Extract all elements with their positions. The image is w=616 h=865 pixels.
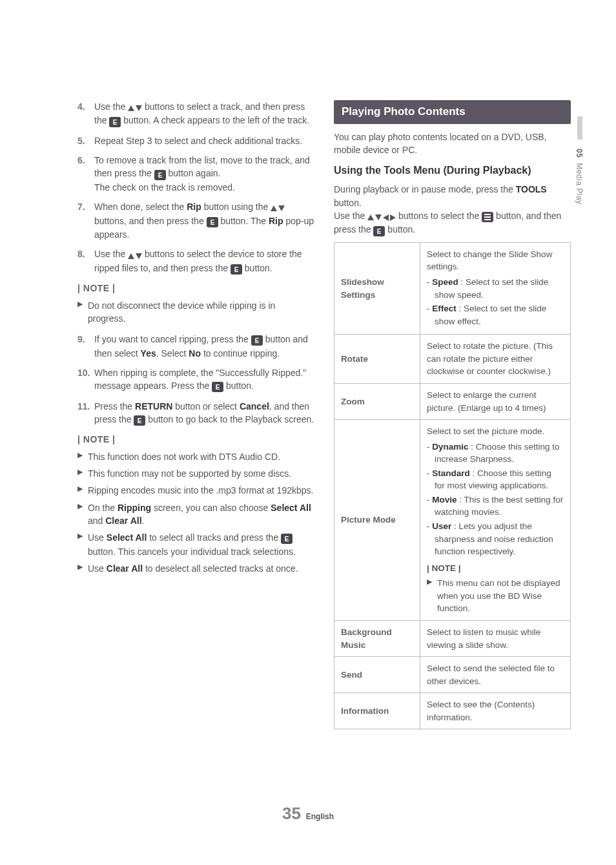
note-text: This function may not be supported by so… xyxy=(88,467,291,480)
table-row: Background MusicSelect to listen to musi… xyxy=(334,620,571,656)
option-name: Slideshow Settings xyxy=(334,242,420,334)
triangle-bullet-icon: ▶ xyxy=(427,577,437,615)
side-tab: 05 Media Play xyxy=(573,116,586,205)
enter-button-icon: E xyxy=(109,115,121,128)
note-label: | NOTE | xyxy=(77,282,314,295)
step-text: When ripping is complete, the "Successfu… xyxy=(94,366,314,393)
enter-button-icon: E xyxy=(207,215,218,228)
note-text: This menu can not be displayed when you … xyxy=(437,577,564,615)
step-text: If you want to cancel ripping, press the… xyxy=(94,333,314,360)
step-item: 6.To remove a track from the list, move … xyxy=(77,154,314,194)
step-number: 7. xyxy=(77,200,94,241)
enter-button-icon: E xyxy=(231,262,242,275)
notes-list: ▶Do not disconnect the device while ripp… xyxy=(77,299,314,326)
note-item: ▶Do not disconnect the device while ripp… xyxy=(77,299,314,326)
step-text: To remove a track from the list, move to… xyxy=(94,154,314,194)
step-item: 4.Use the buttons to select a track, and… xyxy=(77,100,314,128)
note-text: On the Ripping screen, you can also choo… xyxy=(88,501,314,528)
triangle-bullet-icon: ▶ xyxy=(77,562,88,575)
enter-button-icon: E xyxy=(212,380,223,393)
option-description: Select to listen to music while viewing … xyxy=(420,620,571,656)
svg-marker-24 xyxy=(367,214,374,220)
svg-marker-2 xyxy=(128,105,134,111)
step-number: 8. xyxy=(77,247,94,275)
svg-text:E: E xyxy=(254,337,259,344)
svg-rect-30 xyxy=(484,216,491,218)
triangle-bullet-icon: ▶ xyxy=(77,484,88,497)
option-description: Select to enlarge the current picture. (… xyxy=(420,383,571,419)
side-tab-number: 05 xyxy=(575,149,584,158)
step-text: Press the RETURN button or select Cancel… xyxy=(94,400,314,427)
svg-marker-27 xyxy=(390,214,396,221)
svg-text:E: E xyxy=(138,417,142,424)
table-row: InformationSelect to see the (Contents) … xyxy=(334,693,571,729)
triangle-bullet-icon: ▶ xyxy=(77,467,88,480)
notes-list: ▶This function does not work with DTS Au… xyxy=(77,450,314,576)
note-text: Do not disconnect the device while rippi… xyxy=(88,299,314,326)
step-text: When done, select the Rip button using t… xyxy=(94,200,314,241)
note-item: ▶On the Ripping screen, you can also cho… xyxy=(77,501,314,528)
triangle-bullet-icon: ▶ xyxy=(77,531,88,558)
page-language: English xyxy=(306,812,334,821)
up-down-icon xyxy=(128,249,142,262)
tools-button-icon xyxy=(482,210,493,223)
note-text: Use Clear All to deselect all selected t… xyxy=(88,562,298,575)
page-footer: 35 English xyxy=(0,802,616,826)
svg-marker-9 xyxy=(278,205,285,211)
svg-text:E: E xyxy=(216,384,220,391)
note-item: ▶This function may not be supported by s… xyxy=(77,467,314,480)
instruction-text: During playback or in pause mode, press … xyxy=(334,183,571,236)
step-item: 7.When done, select the Rip button using… xyxy=(77,200,314,241)
svg-marker-8 xyxy=(271,205,277,211)
table-row: ZoomSelect to enlarge the current pictur… xyxy=(334,383,571,419)
enter-button-icon: E xyxy=(281,532,293,545)
svg-marker-12 xyxy=(128,253,134,259)
svg-text:E: E xyxy=(113,119,118,126)
option-description: Select to rotate the picture. (This can … xyxy=(420,335,571,384)
svg-marker-25 xyxy=(375,214,382,220)
option-name: Zoom xyxy=(334,383,420,419)
step-number: 6. xyxy=(77,154,94,194)
triangle-bullet-icon: ▶ xyxy=(77,299,88,326)
svg-rect-29 xyxy=(484,214,491,215)
note-item: ▶This function does not work with DTS Au… xyxy=(77,450,314,463)
svg-marker-13 xyxy=(136,253,142,259)
left-column: 4.Use the buttons to select a track, and… xyxy=(77,100,314,729)
table-row: RotateSelect to rotate the picture. (Thi… xyxy=(334,335,571,384)
step-number: 9. xyxy=(77,333,94,360)
step-item: 9.If you want to cancel ripping, press t… xyxy=(77,333,314,360)
svg-marker-3 xyxy=(136,105,142,111)
up-down-icon xyxy=(128,101,142,114)
step-number: 11. xyxy=(77,400,94,427)
option-name: Send xyxy=(334,657,420,693)
note-item: ▶Use Select All to select all tracks and… xyxy=(77,531,314,558)
note-text: Use Select All to select all tracks and … xyxy=(88,531,314,558)
step-item: 8.Use the buttons to select the device t… xyxy=(77,247,314,275)
table-row: SendSelect to send the selected file to … xyxy=(334,657,571,693)
svg-text:E: E xyxy=(210,219,214,226)
option-description: Select to set the picture mode.Dynamic :… xyxy=(420,420,571,621)
step-text: Use the buttons to select a track, and t… xyxy=(94,100,314,128)
sub-heading: Using the Tools Menu (During Playback) xyxy=(334,163,571,178)
option-description: Select to send the selected file to othe… xyxy=(420,657,571,693)
step-text: Repeat Step 3 to select and check additi… xyxy=(94,134,314,147)
enter-button-icon: E xyxy=(154,168,166,181)
up-down-icon xyxy=(271,201,285,214)
step-number: 5. xyxy=(77,134,94,147)
svg-text:E: E xyxy=(377,228,382,235)
triangle-bullet-icon: ▶ xyxy=(77,450,88,463)
triangle-bullet-icon: ▶ xyxy=(77,501,88,528)
note-label: | NOTE | xyxy=(77,433,314,446)
option-name: Picture Mode xyxy=(334,420,420,621)
svg-text:E: E xyxy=(234,266,239,273)
up-down-left-right-icon xyxy=(367,210,396,223)
options-table: Slideshow SettingsSelect to change the S… xyxy=(334,242,571,729)
step-number: 4. xyxy=(77,100,94,128)
step-number: 10. xyxy=(77,366,94,393)
note-text: This function does not work with DTS Aud… xyxy=(88,450,280,463)
steps-list-a: 4.Use the buttons to select a track, and… xyxy=(77,100,314,275)
option-description: Select to change the Slide Show settings… xyxy=(420,242,571,334)
side-tab-label: Media Play xyxy=(575,163,584,204)
step-item: 11.Press the RETURN button or select Can… xyxy=(77,400,314,427)
option-name: Background Music xyxy=(334,620,420,656)
